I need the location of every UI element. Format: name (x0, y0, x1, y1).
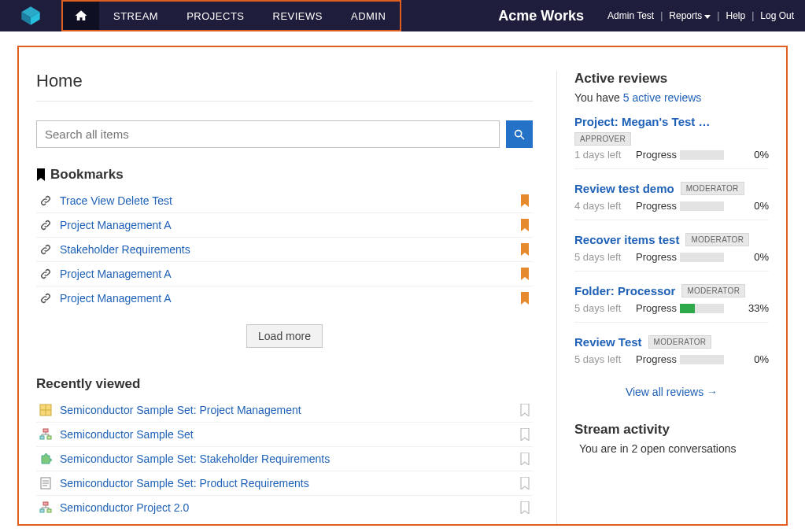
progress-label: Progress (636, 200, 677, 212)
progress-bar (680, 150, 724, 160)
bookmarks-list: Trace View Delete TestProject Management… (36, 189, 533, 310)
progress-bar (680, 253, 724, 262)
svg-rect-7 (47, 436, 51, 439)
nav-stream[interactable]: STREAM (99, 2, 172, 30)
role-badge: APPROVER (574, 132, 631, 146)
logo-icon (20, 5, 42, 27)
days-left: 5 days left (574, 353, 636, 365)
bookmark-link[interactable]: Project Management A (60, 268, 512, 280)
item-type-icon (39, 428, 52, 441)
list-item: Stakeholder Requirements (36, 238, 533, 262)
svg-rect-5 (43, 429, 48, 432)
progress-percent: 0% (740, 200, 769, 212)
list-item: Project Management A (36, 286, 533, 310)
bookmark-link[interactable]: Trace View Delete Test (60, 194, 512, 207)
recent-item-link[interactable]: Semiconductor Project 2.0 (60, 501, 512, 514)
review-title-link[interactable]: Project: Megan's Test … (574, 115, 711, 128)
bookmark-outline-icon[interactable] (520, 428, 530, 441)
item-type-icon (39, 453, 52, 465)
logout-link[interactable]: Log Out (760, 10, 794, 21)
primary-nav-group: STREAM PROJECTS REVIEWS ADMIN (61, 0, 401, 31)
item-type-icon (39, 194, 52, 207)
recently-viewed-list: Semiconductor Sample Set: Project Manage… (36, 398, 533, 519)
recent-item-link[interactable]: Semiconductor Sample Set: Product Requir… (60, 477, 512, 490)
progress-label: Progress (636, 302, 677, 314)
svg-rect-18 (47, 509, 51, 512)
progress-label: Progress (636, 353, 677, 365)
progress-percent: 33% (740, 302, 769, 314)
role-badge: MODERATOR (681, 182, 744, 195)
help-link[interactable]: Help (726, 10, 745, 21)
review-title-link[interactable]: Recover items test (574, 233, 679, 246)
top-right-links: Admin Test | Reports | Help | Log Out (607, 10, 805, 21)
home-icon (74, 9, 88, 23)
reports-menu[interactable]: Reports (669, 10, 711, 21)
load-more-button[interactable]: Load more (246, 324, 323, 348)
svg-rect-6 (40, 436, 44, 439)
search-input[interactable] (36, 120, 500, 148)
bookmark-outline-icon[interactable] (520, 501, 530, 514)
search-button[interactable] (506, 120, 533, 148)
list-item: Semiconductor Sample Set: Product Requir… (36, 471, 533, 496)
bookmark-link[interactable]: Project Management A (60, 292, 512, 305)
review-title-link[interactable]: Folder: Processor (574, 284, 675, 297)
review-title-link[interactable]: Review Test (574, 335, 642, 349)
progress-bar (680, 355, 724, 364)
progress-percent: 0% (740, 353, 769, 365)
list-item: Semiconductor Sample Set: Project Manage… (36, 398, 533, 423)
progress-bar (680, 304, 724, 313)
brand-name: Acme Works (498, 8, 584, 24)
bookmark-outline-icon[interactable] (520, 404, 530, 416)
bookmark-filled-icon[interactable] (520, 268, 530, 280)
days-left: 5 days left (574, 251, 636, 263)
role-badge: MODERATOR (648, 335, 712, 349)
review-item: Review test demoMODERATOR4 days leftProg… (574, 182, 769, 220)
list-item: Semiconductor Sample Set: Stakeholder Re… (36, 447, 533, 471)
svg-rect-17 (40, 509, 44, 512)
recent-item-link[interactable]: Semiconductor Sample Set: Stakeholder Re… (60, 453, 512, 465)
nav-admin[interactable]: ADMIN (337, 2, 400, 30)
progress-percent: 0% (740, 251, 769, 263)
nav-home[interactable] (63, 2, 99, 30)
item-type-icon (39, 501, 52, 514)
app-logo[interactable] (0, 0, 61, 31)
item-type-icon (39, 404, 52, 416)
bookmark-link[interactable]: Project Management A (60, 219, 512, 231)
bookmark-filled-icon[interactable] (520, 219, 530, 231)
nav-projects[interactable]: PROJECTS (172, 2, 258, 30)
svg-line-1 (521, 136, 524, 139)
view-all-reviews-link[interactable]: View all reviews → (574, 386, 769, 398)
days-left: 4 days left (574, 200, 636, 212)
bookmark-filled-icon[interactable] (520, 194, 530, 207)
search-icon (513, 128, 526, 141)
review-item: Review TestMODERATOR5 days leftProgress0… (574, 335, 769, 373)
bookmark-link[interactable]: Stakeholder Requirements (60, 243, 512, 256)
page-title: Home (36, 71, 533, 91)
progress-percent: 0% (740, 149, 769, 161)
item-type-icon (39, 243, 52, 256)
current-user[interactable]: Admin Test (607, 10, 654, 21)
bookmark-filled-icon[interactable] (520, 292, 530, 305)
recent-item-link[interactable]: Semiconductor Sample Set (60, 428, 512, 441)
role-badge: MODERATOR (681, 284, 745, 297)
nav-reviews[interactable]: REVIEWS (259, 2, 337, 30)
bookmark-outline-icon[interactable] (520, 453, 530, 465)
active-reviews-heading: Active reviews (574, 71, 769, 87)
item-type-icon (39, 477, 52, 490)
list-item: Semiconductor Sample Set (36, 423, 533, 447)
svg-rect-16 (43, 502, 48, 505)
bookmark-icon (36, 168, 46, 181)
content-frame: Home Bookmarks Trace View Delete TestP (17, 46, 788, 526)
top-nav: STREAM PROJECTS REVIEWS ADMIN Acme Works… (0, 0, 805, 31)
stream-activity-subtext: You are in 2 open conversations (574, 442, 769, 455)
progress-label: Progress (636, 149, 677, 161)
active-reviews-count-link[interactable]: 5 active reviews (623, 91, 702, 104)
review-item: Recover items testMODERATOR5 days leftPr… (574, 233, 769, 272)
list-item: Project Management A (36, 213, 533, 238)
recent-item-link[interactable]: Semiconductor Sample Set: Project Manage… (60, 404, 512, 416)
bookmark-filled-icon[interactable] (520, 243, 530, 256)
review-title-link[interactable]: Review test demo (574, 182, 674, 195)
bookmark-outline-icon[interactable] (520, 477, 530, 490)
active-reviews-subtext: You have 5 active reviews (574, 91, 769, 104)
list-item: Semiconductor Project 2.0 (36, 496, 533, 519)
